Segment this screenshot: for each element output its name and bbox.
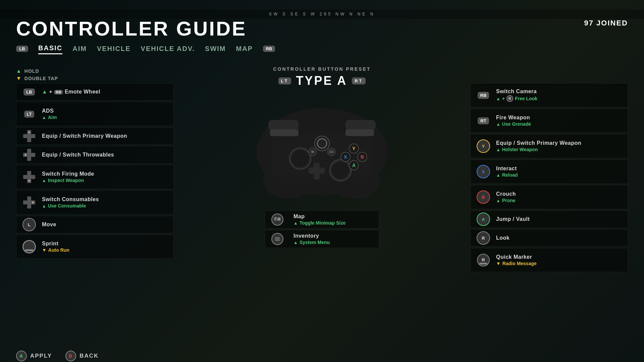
center-panel: CONTROLLER BUTTON PRESET LT TYPE A RT: [252, 66, 392, 200]
hold-label: HOLD: [24, 68, 39, 74]
preset-name: LT TYPE A RT: [252, 74, 392, 88]
lb-primary: ▲ + RB Emote Wheel: [42, 89, 100, 95]
y-text: Equip / Switch Primary Weapon ▲ Holster …: [496, 140, 581, 152]
svg-rect-22: [268, 120, 299, 130]
x-secondary: ▲ Reload: [496, 172, 518, 178]
dpad-left-primary: Equip / Switch Throwables: [42, 152, 114, 158]
a-apply-icon: A: [16, 351, 27, 361]
svg-rect-8: [27, 171, 31, 175]
binding-l-press: Sprint ▼ Auto Run: [16, 235, 174, 259]
svg-rect-12: [27, 196, 31, 200]
lb-button-icon: LB: [21, 88, 37, 96]
joined-count: 97 JOINED: [584, 19, 628, 27]
r-press-text: Quick Marker ▼ Radio Message: [496, 254, 537, 266]
r-press-svg: R: [477, 253, 490, 267]
svg-text:Y: Y: [352, 146, 356, 151]
lb-binding-text: ▲ + RB Emote Wheel: [42, 89, 100, 95]
r-circle: R: [477, 231, 490, 245]
svg-rect-31: [309, 168, 325, 174]
lt-binding-text: ADS ▲ Aim: [42, 108, 57, 120]
lt-primary: ADS: [42, 108, 57, 114]
binding-lb: LB ▲ + RB Emote Wheel: [16, 83, 174, 101]
lt-button-icon: LT: [21, 111, 37, 118]
svg-rect-49: [275, 218, 277, 221]
y-circle: Y: [477, 139, 490, 153]
svg-rect-9: [23, 175, 35, 179]
r-press-icon: R: [475, 253, 491, 267]
rb-badge: RB: [263, 46, 275, 52]
rt-text: Fire Weapon ▲ Use Grenade: [496, 115, 531, 127]
lt-preset-badge: LT: [278, 77, 291, 84]
preset-label: CONTROLLER BUTTON PRESET: [252, 66, 392, 72]
dpad-down-secondary: ▲ Inspect Weapon: [42, 178, 94, 183]
dpad-up-icon: [21, 130, 37, 142]
right-panel: RB Switch Camera ▲ + R Free Look RT Fire…: [470, 83, 628, 272]
back-button[interactable]: B BACK: [65, 351, 99, 361]
tab-map[interactable]: MAP: [236, 44, 253, 54]
svg-point-27: [291, 150, 309, 167]
l-binding-text: Move: [42, 222, 56, 228]
x-btn-icon: X: [475, 165, 491, 178]
y-primary: Equip / Switch Primary Weapon: [496, 140, 581, 146]
svg-rect-50: [277, 218, 280, 221]
rb-text: Switch Camera ▲ + R Free Look: [496, 88, 537, 102]
svg-rect-2: [27, 138, 31, 142]
dpad-down-primary: Switch Firing Mode: [42, 171, 94, 177]
a-text: Jump / Vault: [496, 216, 530, 222]
a-circle: A: [477, 213, 490, 226]
x-circle: X: [477, 165, 490, 178]
b-secondary: ▲ Prone: [496, 198, 516, 203]
tab-aim[interactable]: AIM: [72, 44, 87, 54]
svg-rect-24: [270, 129, 299, 136]
b-primary: Crouch: [496, 191, 516, 197]
dpad-up-text: Equip / Switch Primary Weapon: [42, 133, 127, 139]
page-title: CONTROLLER GUIDE: [16, 19, 628, 39]
rt-secondary: ▲ Use Grenade: [496, 121, 531, 127]
rt-icon: RT: [475, 117, 491, 124]
svg-rect-6: [27, 157, 31, 161]
rb-rect: RB: [478, 92, 489, 99]
map-binding-text: Map ▲ Toggle Minimap Size: [293, 214, 345, 226]
map-primary: Map: [293, 214, 345, 220]
r-text: Look: [496, 235, 509, 241]
dpad-right-text: Switch Consumables ▲ Use Consumable: [42, 196, 99, 208]
apply-label: APPLY: [30, 353, 52, 359]
b-text: Crouch ▲ Prone: [496, 191, 516, 203]
tab-vehicle-adv[interactable]: VEHICLE ADV.: [141, 44, 195, 54]
svg-point-29: [332, 162, 349, 179]
back-label: BACK: [79, 353, 99, 359]
menu-circle: [271, 233, 283, 245]
l-press-icon: [21, 240, 37, 253]
l-press-text: Sprint ▼ Auto Run: [42, 241, 69, 253]
lt-rect: LT: [24, 111, 35, 118]
compass-text: SW S SE S W 295 NW N NE N: [269, 12, 375, 16]
binding-view-btn: Map ▲ Toggle Minimap Size: [265, 210, 379, 229]
hud-compass: SW S SE S W 295 NW N NE N: [0, 9, 644, 19]
lb-rect: LB: [23, 88, 35, 96]
apply-button[interactable]: A APPLY: [16, 351, 52, 361]
r-press-primary: Quick Marker: [496, 254, 537, 260]
view-btn-icon: [270, 214, 285, 226]
tab-basic[interactable]: BASIC: [38, 43, 62, 54]
x-text: Interact ▲ Reload: [496, 166, 518, 178]
rt-rect: RT: [478, 117, 489, 124]
svg-point-34: [327, 148, 335, 156]
tab-swim[interactable]: SWIM: [205, 44, 226, 54]
svg-rect-4: [27, 149, 31, 153]
left-panel: LB ▲ + RB Emote Wheel LT ADS ▲ Aim: [16, 83, 174, 259]
inventory-primary: Inventory: [293, 233, 330, 239]
r-stick-icon: R: [475, 231, 491, 245]
l-circle: L: [22, 218, 36, 231]
binding-dpad-left: Equip / Switch Throwables: [16, 146, 174, 164]
binding-x: X Interact ▲ Reload: [470, 160, 628, 184]
binding-y: Y Equip / Switch Primary Weapon ▲ Holste…: [470, 134, 628, 158]
menu-btn-icon: [270, 233, 285, 245]
l-press-circle: [22, 240, 36, 253]
map-secondary: ▲ Toggle Minimap Size: [293, 220, 345, 226]
svg-point-38: [316, 137, 328, 149]
b-circle: B: [477, 190, 490, 204]
inventory-secondary: ▲ System Menu: [293, 240, 330, 245]
tab-vehicle[interactable]: VEHICLE: [97, 44, 131, 54]
rb-icon: RB: [475, 92, 491, 99]
l-primary: Move: [42, 222, 56, 228]
